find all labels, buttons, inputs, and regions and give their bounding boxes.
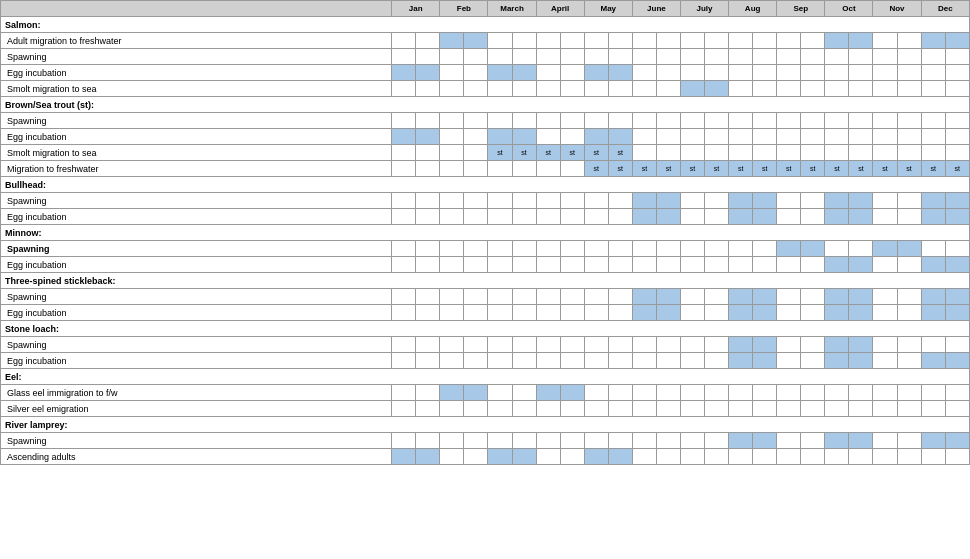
cell — [512, 209, 536, 225]
cell — [680, 145, 704, 161]
cell — [897, 129, 921, 145]
cell — [584, 129, 608, 145]
cell — [825, 49, 849, 65]
cell — [777, 33, 801, 49]
cell — [560, 449, 584, 465]
cell: st — [560, 145, 584, 161]
cell — [873, 433, 897, 449]
cell — [705, 241, 729, 257]
cell — [392, 289, 416, 305]
cell — [608, 385, 632, 401]
cell — [464, 353, 488, 369]
cell — [873, 209, 897, 225]
header-nov: Nov — [873, 1, 921, 17]
cell — [608, 289, 632, 305]
cell — [656, 353, 680, 369]
cell — [873, 113, 897, 129]
cell — [777, 113, 801, 129]
cell — [536, 49, 560, 65]
cell — [753, 65, 777, 81]
cell — [464, 129, 488, 145]
cell — [849, 129, 873, 145]
cell — [753, 193, 777, 209]
cell — [464, 449, 488, 465]
cell — [560, 433, 584, 449]
cell — [801, 129, 825, 145]
cell — [392, 145, 416, 161]
cell — [897, 113, 921, 129]
cell — [560, 129, 584, 145]
cell — [536, 257, 560, 273]
header-april: April — [536, 1, 584, 17]
cell — [392, 81, 416, 97]
cell — [753, 129, 777, 145]
cell — [536, 433, 560, 449]
cell — [416, 241, 440, 257]
cell — [416, 33, 440, 49]
cell: st — [584, 161, 608, 177]
cell — [825, 209, 849, 225]
cell — [440, 145, 464, 161]
fish-calendar-table: Jan Feb March April May June July Aug Se… — [0, 0, 970, 465]
cell — [921, 337, 945, 353]
cell — [729, 241, 753, 257]
cell — [512, 385, 536, 401]
cell — [753, 49, 777, 65]
cell — [440, 385, 464, 401]
cell — [921, 129, 945, 145]
cell — [392, 193, 416, 209]
cell — [921, 145, 945, 161]
cell — [801, 81, 825, 97]
cell — [560, 113, 584, 129]
row-label: Spawning — [1, 193, 392, 209]
cell — [801, 33, 825, 49]
cell — [945, 49, 969, 65]
cell — [873, 241, 897, 257]
section-header-row: Eel: — [1, 369, 970, 385]
cell — [392, 353, 416, 369]
cell — [440, 257, 464, 273]
cell — [873, 289, 897, 305]
cell — [729, 305, 753, 321]
row-label: Smolt migration to sea — [1, 145, 392, 161]
cell — [945, 385, 969, 401]
cell — [849, 113, 873, 129]
table-row: Egg incubation — [1, 353, 970, 369]
cell — [921, 81, 945, 97]
cell — [680, 209, 704, 225]
cell — [536, 401, 560, 417]
section-header: Brown/Sea trout (st): — [1, 97, 970, 113]
cell — [560, 385, 584, 401]
cell — [680, 65, 704, 81]
cell — [945, 113, 969, 129]
cell — [873, 33, 897, 49]
cell — [729, 209, 753, 225]
cell — [705, 257, 729, 273]
cell — [440, 433, 464, 449]
cell — [512, 289, 536, 305]
cell — [705, 433, 729, 449]
header-june: June — [632, 1, 680, 17]
cell — [512, 65, 536, 81]
cell — [897, 49, 921, 65]
cell — [705, 129, 729, 145]
cell — [705, 65, 729, 81]
cell — [705, 289, 729, 305]
cell — [777, 385, 801, 401]
cell — [464, 241, 488, 257]
cell: st — [849, 161, 873, 177]
cell — [416, 49, 440, 65]
cell — [729, 353, 753, 369]
cell: st — [536, 145, 560, 161]
cell — [753, 145, 777, 161]
cell — [584, 49, 608, 65]
cell — [440, 289, 464, 305]
row-label: Silver eel emigration — [1, 401, 392, 417]
cell — [777, 49, 801, 65]
cell — [921, 385, 945, 401]
cell — [656, 193, 680, 209]
cell — [560, 401, 584, 417]
cell — [945, 145, 969, 161]
section-header: Salmon: — [1, 17, 970, 33]
cell — [416, 257, 440, 273]
